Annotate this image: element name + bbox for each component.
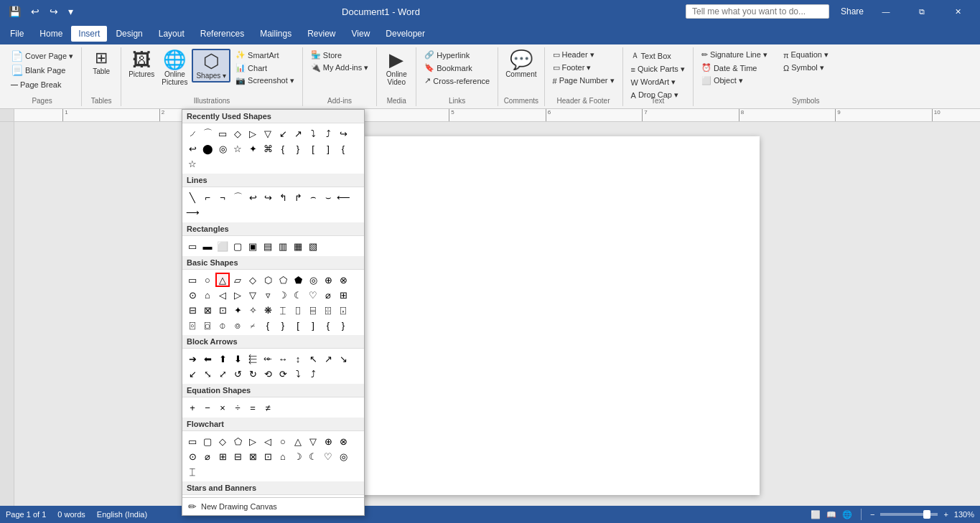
equation-button[interactable]: π Equation ▾ <box>780 49 832 61</box>
menu-references[interactable]: References <box>193 26 251 42</box>
shape-item[interactable]: ◁ <box>261 434 275 448</box>
shape-item[interactable]: ▤ <box>261 239 275 253</box>
save-button[interactable]: 💾 <box>6 4 24 19</box>
shape-item[interactable]: ⊠ <box>246 449 260 463</box>
shape-item[interactable]: ♡ <box>321 449 335 463</box>
shape-item[interactable]: ⌒ <box>200 126 215 141</box>
shape-item[interactable]: ⟲ <box>261 367 275 381</box>
shape-item[interactable]: ⌻ <box>185 318 200 332</box>
shape-item-triangle[interactable]: △ <box>215 273 230 287</box>
shape-item[interactable]: ⤡ <box>200 367 215 381</box>
shape-item[interactable]: ▱ <box>230 273 245 287</box>
shape-item[interactable]: ▢ <box>200 434 215 448</box>
shape-item[interactable]: ▦ <box>291 239 305 253</box>
header-button[interactable]: ▭ Header ▾ <box>549 49 618 61</box>
page-number-button[interactable]: # Page Number ▾ <box>549 75 618 87</box>
datetime-button[interactable]: ⏰ Date & Time <box>698 62 771 74</box>
shape-item[interactable]: ▷ <box>230 288 245 302</box>
close-button[interactable]: ✕ <box>941 0 974 23</box>
online-video-button[interactable]: ▶ OnlineVideo <box>383 49 410 88</box>
shape-item[interactable]: ⌒ <box>230 190 245 204</box>
shape-item[interactable]: ↩ <box>185 141 200 156</box>
shape-item[interactable]: } <box>276 318 290 332</box>
undo-button[interactable]: ↩ <box>28 4 42 19</box>
shape-item[interactable]: ☆ <box>230 141 245 156</box>
page-break-button[interactable]: ─ Page Break <box>7 77 65 92</box>
shape-item[interactable]: ] <box>306 318 320 332</box>
shape-item[interactable]: ↕ <box>291 352 305 366</box>
new-drawing-canvas-button[interactable]: ✏ New Drawing Canvas <box>182 497 364 506</box>
shape-item[interactable]: } <box>336 318 350 332</box>
shape-item[interactable]: ⊟ <box>230 449 245 463</box>
shape-item[interactable]: ╲ <box>185 190 200 204</box>
shape-item[interactable]: ↰ <box>276 190 290 204</box>
quick-parts-button[interactable]: ≡ Quick Parts ▾ <box>627 63 689 75</box>
shape-item[interactable]: ⌂ <box>276 449 290 463</box>
shape-item[interactable]: ▭ <box>185 273 200 287</box>
shape-item[interactable]: ⊟ <box>185 303 200 317</box>
shape-item[interactable]: ⟳ <box>276 367 290 381</box>
shape-item[interactable]: ⊗ <box>336 434 350 448</box>
shape-item[interactable]: ⊞ <box>215 449 230 463</box>
shape-item[interactable]: ▧ <box>306 239 320 253</box>
shape-item[interactable]: { <box>261 318 275 332</box>
share-button[interactable]: Share <box>841 6 864 17</box>
shape-item[interactable]: ▽ <box>261 126 275 141</box>
shape-item[interactable]: ✦ <box>246 141 260 156</box>
shape-item[interactable]: ▷ <box>246 126 260 141</box>
tell-me-input[interactable] <box>686 4 829 19</box>
shape-item[interactable]: △ <box>291 434 305 448</box>
shape-item[interactable]: [ <box>291 318 305 332</box>
smartart-button[interactable]: ✨ SmartArt <box>232 49 298 61</box>
shape-item[interactable]: ▭ <box>185 239 200 253</box>
table-button[interactable]: ⊞ Table <box>86 49 116 77</box>
shape-item[interactable]: ⌣ <box>321 190 335 204</box>
online-pictures-button[interactable]: 🌐 OnlinePictures <box>159 49 190 88</box>
shape-item[interactable]: ⟶ <box>185 205 200 220</box>
shape-item[interactable]: ⊡ <box>215 303 230 317</box>
shape-item[interactable]: ✦ <box>230 303 245 317</box>
crossref-button[interactable]: ↗ Cross-reference <box>421 75 493 87</box>
shape-item[interactable]: ⬠ <box>230 434 245 448</box>
shape-item[interactable]: { <box>336 141 350 156</box>
shape-item[interactable]: ⌺ <box>336 303 350 317</box>
shape-item[interactable]: ÷ <box>230 400 245 415</box>
menu-developer[interactable]: Developer <box>378 26 432 42</box>
shape-item[interactable]: ▥ <box>276 239 290 253</box>
hyperlink-button[interactable]: 🔗 Hyperlink <box>421 49 493 61</box>
shape-item[interactable]: ☾ <box>291 288 305 302</box>
shape-item[interactable]: ▬ <box>200 239 215 253</box>
shape-item[interactable]: ⌿ <box>246 318 260 332</box>
menu-view[interactable]: View <box>345 26 378 42</box>
shape-item[interactable]: ⊞ <box>336 288 350 302</box>
menu-layout[interactable]: Layout <box>151 26 192 42</box>
shape-item[interactable]: ⤵ <box>291 367 305 381</box>
menu-review[interactable]: Review <box>300 26 342 42</box>
shape-item[interactable]: ⤴ <box>321 126 335 141</box>
shape-item[interactable]: ≠ <box>261 400 275 415</box>
shape-item[interactable]: ↘ <box>336 352 350 366</box>
shape-item[interactable]: ⟋ <box>185 126 200 141</box>
shape-item[interactable]: ⬡ <box>261 273 275 287</box>
shape-item[interactable]: ↪ <box>336 126 350 141</box>
bookmark-button[interactable]: 🔖 Bookmark <box>421 62 493 74</box>
shape-item[interactable]: ⊕ <box>321 434 335 448</box>
shape-item[interactable]: ▣ <box>246 239 260 253</box>
shape-item[interactable]: ⌢ <box>306 190 320 204</box>
shape-item[interactable]: ⌾ <box>230 318 245 332</box>
shape-item[interactable]: ⬆ <box>215 352 230 366</box>
shape-item[interactable]: ◇ <box>230 126 245 141</box>
menu-file[interactable]: File <box>3 26 31 42</box>
shape-item[interactable]: ⬟ <box>291 273 305 287</box>
shape-item[interactable]: ↖ <box>306 352 320 366</box>
footer-button[interactable]: ▭ Footer ▾ <box>549 62 618 74</box>
shape-item[interactable]: ⬜ <box>215 239 230 253</box>
shape-item[interactable]: ⌶ <box>276 303 290 317</box>
shape-item[interactable]: ↻ <box>246 367 260 381</box>
shape-item[interactable]: + <box>185 400 200 415</box>
shape-item[interactable]: ✧ <box>246 303 260 317</box>
customize-button[interactable]: ▾ <box>65 4 76 19</box>
shape-item[interactable]: [ <box>306 141 320 156</box>
shape-item[interactable]: ⟵ <box>336 190 350 204</box>
shape-item[interactable]: ⌂ <box>200 288 215 302</box>
